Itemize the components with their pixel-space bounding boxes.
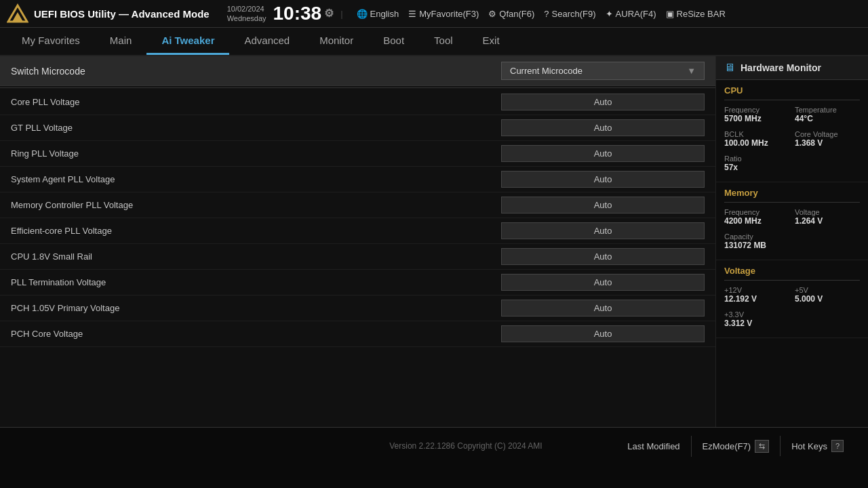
last-modified-label: Last Modified	[627, 441, 679, 451]
nav-ai-tweaker[interactable]: Ai Tweaker	[146, 28, 229, 55]
setting-row-mc-pll[interactable]: Memory Controller PLL Voltage Auto	[0, 192, 715, 218]
setting-value[interactable]: Auto	[501, 325, 705, 342]
cpu-bclk-item: BCLK 100.00 MHz	[724, 130, 789, 148]
settings-icon[interactable]: ⚙	[324, 8, 334, 19]
mem-freq-label: Frequency	[724, 208, 789, 216]
mem-freq-value: 4200 MHz	[724, 216, 789, 226]
setting-row-pll-term[interactable]: PLL Termination Voltage Auto	[0, 270, 715, 296]
search-label: Search(F9)	[552, 9, 596, 19]
v33-label: +3.3V	[724, 310, 789, 319]
resizebar-button[interactable]: ▣ ReSize BAR	[666, 9, 726, 19]
setting-label: PCH Core Voltage	[11, 329, 83, 339]
voltage-metrics: +12V 12.192 V +5V 5.000 V +3.3V 3.312 V	[724, 286, 860, 332]
setting-value[interactable]: Auto	[501, 197, 705, 214]
microcode-row[interactable]: Switch Microcode Current Microcode ▼	[0, 56, 715, 86]
setting-label: Core PLL Voltage	[11, 97, 79, 107]
setting-value[interactable]: Auto	[501, 145, 705, 162]
main-area: Switch Microcode Current Microcode ▼ Cor…	[0, 56, 868, 427]
bios-title: UEFI BIOS Utility — Advanced Mode	[34, 8, 210, 20]
mem-capacity-label: Capacity	[724, 232, 860, 241]
setting-row-ring-pll[interactable]: Ring PLL Voltage Auto	[0, 141, 715, 167]
search-icon: ?	[544, 9, 549, 19]
memory-section: Memory Frequency 4200 MHz Voltage 1.264 …	[716, 182, 868, 260]
setting-row-gt-pll[interactable]: GT PLL Voltage Auto	[0, 115, 715, 141]
footer-copyright: Version 2.22.1286 Copyright (C) 2024 AMI	[315, 441, 617, 451]
setting-value[interactable]: Auto	[501, 300, 705, 317]
settings-content: Switch Microcode Current Microcode ▼ Cor…	[0, 56, 715, 427]
microcode-select[interactable]: Current Microcode ▼	[501, 62, 705, 80]
row-divider	[0, 87, 715, 88]
v5-value: 5.000 V	[795, 294, 860, 304]
cpu-temp-item: Temperature 44°C	[795, 106, 860, 123]
nav-tool[interactable]: Tool	[419, 28, 468, 55]
microcode-label: Switch Microcode	[11, 66, 85, 77]
resizebar-label: ReSize BAR	[677, 9, 726, 19]
v12-item: +12V 12.192 V	[724, 286, 789, 304]
nav-main[interactable]: Main	[95, 28, 147, 55]
cpu-ratio-value: 57x	[724, 163, 789, 172]
setting-value[interactable]: Auto	[501, 274, 705, 291]
cpu-corevoltage-item: Core Voltage 1.368 V	[795, 130, 860, 148]
scroll-area[interactable]: Switch Microcode Current Microcode ▼ Cor…	[0, 56, 715, 427]
header: UEFI BIOS Utility — Advanced Mode 10/02/…	[0, 0, 868, 28]
day: Wednesday	[227, 14, 267, 23]
toolbar: 🌐 English ☰ MyFavorite(F3) ⚙ Qfan(F6) ? …	[357, 9, 726, 19]
nav-my-favorites[interactable]: My Favorites	[7, 28, 95, 55]
setting-label: CPU 1.8V Small Rail	[11, 251, 92, 262]
ezmode-button[interactable]: EzMode(F7) ⇆	[691, 436, 781, 457]
cpu-metrics: Frequency 5700 MHz Temperature 44°C BCLK…	[724, 106, 860, 176]
cpu-bclk-label: BCLK	[724, 130, 789, 138]
setting-label: Memory Controller PLL Voltage	[11, 200, 133, 210]
globe-icon: 🌐	[357, 9, 368, 19]
setting-row-sa-pll[interactable]: System Agent PLL Voltage Auto	[0, 167, 715, 192]
setting-row-cpu18v[interactable]: CPU 1.8V Small Rail Auto	[0, 244, 715, 270]
myfavorite-label: MyFavorite(F3)	[419, 9, 479, 19]
cpu-section-title: CPU	[724, 85, 860, 96]
setting-label: Efficient-core PLL Voltage	[11, 226, 112, 236]
search-button[interactable]: ? Search(F9)	[544, 9, 595, 19]
qfan-button[interactable]: ⚙ Qfan(F6)	[488, 9, 534, 19]
sidebar-header: 🖥 Hardware Monitor	[716, 56, 868, 80]
clock: 10:38 ⚙	[273, 4, 334, 23]
cpu-corevoltage-label: Core Voltage	[795, 130, 860, 138]
mem-voltage-value: 1.264 V	[795, 216, 860, 226]
cpu-freq-value: 5700 MHz	[724, 114, 789, 123]
setting-value[interactable]: Auto	[501, 171, 705, 188]
v33-value: 3.312 V	[724, 319, 789, 328]
hotkeys-key-icon: ?	[831, 440, 844, 452]
cpu-section: CPU Frequency 5700 MHz Temperature 44°C …	[716, 80, 868, 182]
setting-row-core-pll[interactable]: Core PLL Voltage Auto	[0, 89, 715, 115]
hotkeys-button[interactable]: Hot Keys ?	[780, 436, 854, 456]
myfavorite-button[interactable]: ☰ MyFavorite(F3)	[408, 9, 479, 19]
last-modified-button[interactable]: Last Modified	[616, 437, 690, 455]
setting-value[interactable]: Auto	[501, 222, 705, 239]
nav: My Favorites Main Ai Tweaker Advanced Mo…	[0, 28, 868, 56]
cpu-freq-label: Frequency	[724, 106, 789, 114]
setting-value[interactable]: Auto	[501, 119, 705, 136]
ezmode-label: EzMode(F7)	[703, 441, 751, 451]
dropdown-arrow-icon: ▼	[687, 66, 696, 76]
v5-item: +5V 5.000 V	[795, 286, 860, 304]
setting-label: GT PLL Voltage	[11, 123, 73, 133]
mem-capacity-value: 131072 MB	[724, 241, 860, 250]
setting-row-pch-core[interactable]: PCH Core Voltage Auto	[0, 321, 715, 347]
cpu-frequency-item: Frequency 5700 MHz	[724, 106, 789, 123]
setting-row-ecore-pll[interactable]: Efficient-core PLL Voltage Auto	[0, 218, 715, 244]
setting-value[interactable]: Auto	[501, 248, 705, 265]
nav-advanced[interactable]: Advanced	[229, 28, 304, 55]
setting-label: PCH 1.05V Primary Voltage	[11, 303, 119, 313]
memory-section-title: Memory	[724, 188, 860, 198]
voltage-section-title: Voltage	[724, 266, 860, 276]
aura-button[interactable]: ✦ AURA(F4)	[606, 9, 656, 19]
nav-monitor[interactable]: Monitor	[304, 28, 368, 55]
cpu-bclk-value: 100.00 MHz	[724, 138, 789, 148]
cpu-ratio-label: Ratio	[724, 155, 789, 163]
nav-exit[interactable]: Exit	[468, 28, 515, 55]
nav-boot[interactable]: Boot	[368, 28, 419, 55]
aura-label: AURA(F4)	[616, 9, 656, 19]
setting-value[interactable]: Auto	[501, 94, 705, 110]
mem-voltage-item: Voltage 1.264 V	[795, 208, 860, 226]
setting-row-pch105v[interactable]: PCH 1.05V Primary Voltage Auto	[0, 296, 715, 321]
language-button[interactable]: 🌐 English	[357, 9, 399, 19]
mem-freq-item: Frequency 4200 MHz	[724, 208, 789, 226]
